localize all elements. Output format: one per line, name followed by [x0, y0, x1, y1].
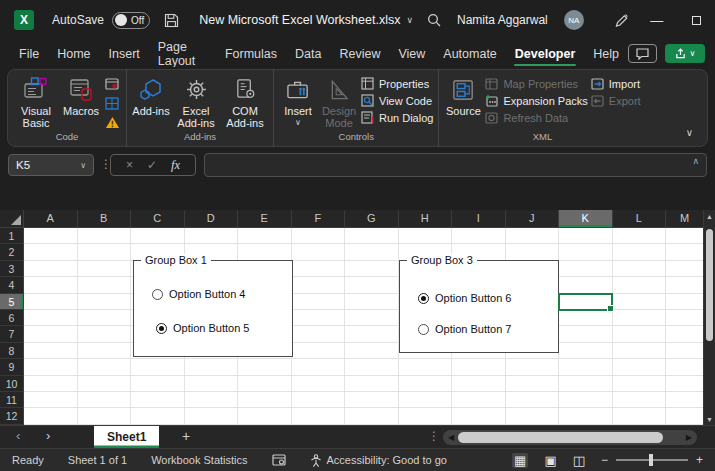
zoom-slider-thumb[interactable] — [649, 454, 653, 466]
tab-data[interactable]: Data — [286, 40, 330, 67]
option-button-4[interactable]: Option Button 4 — [152, 288, 245, 300]
zoom-in-plus-icon[interactable]: + — [696, 453, 703, 467]
minimize-button[interactable]: — — [645, 13, 669, 28]
save-icon[interactable] — [164, 13, 179, 28]
radio-unchecked-icon[interactable] — [418, 324, 429, 335]
page-layout-view-button[interactable]: ▣ — [544, 453, 556, 468]
macro-security-button[interactable] — [103, 115, 121, 130]
tab-automate[interactable]: Automate — [434, 40, 506, 67]
excel-addins-button[interactable]: Excel Add-ins — [173, 73, 219, 129]
page-break-preview-button[interactable]: ◫ — [573, 453, 585, 468]
row-header[interactable]: 11 — [0, 392, 23, 408]
radio-checked-icon[interactable] — [418, 293, 429, 304]
tab-review[interactable]: Review — [330, 40, 389, 67]
record-macro-button[interactable] — [103, 77, 121, 92]
column-header[interactable]: J — [506, 210, 560, 227]
insert-control-button[interactable]: Insert ∨ — [279, 73, 317, 126]
tab-home[interactable]: Home — [48, 40, 99, 67]
tab-help[interactable]: Help — [584, 40, 628, 67]
vertical-scroll-thumb[interactable] — [706, 229, 713, 341]
group-box-3[interactable]: Group Box 3 Option Button 6 Option Butto… — [399, 260, 559, 353]
column-header[interactable]: H — [399, 210, 453, 227]
user-name[interactable]: Namita Aggarwal — [457, 13, 548, 27]
row-header[interactable]: 3 — [0, 261, 23, 277]
comments-button[interactable] — [628, 44, 657, 63]
view-code-button[interactable]: View Code — [361, 94, 433, 107]
group-label-xml[interactable]: XML — [444, 130, 640, 145]
column-header[interactable]: A — [24, 210, 78, 227]
name-box-chevron-down-icon[interactable]: ∨ — [80, 161, 86, 170]
formula-bar-collapse-chevron-icon[interactable]: ∧ — [692, 156, 699, 166]
option-button-7[interactable]: Option Button 7 — [418, 323, 511, 335]
row-header[interactable]: 8 — [0, 343, 23, 359]
share-button[interactable]: ∨ — [665, 44, 705, 63]
next-sheet-arrow-icon[interactable]: › — [46, 428, 50, 443]
row-header[interactable]: 7 — [0, 326, 23, 342]
source-button[interactable]: Source — [444, 73, 482, 117]
tab-developer[interactable]: Developer — [506, 40, 584, 67]
collapse-ribbon-chevron-icon[interactable]: ∨ — [686, 127, 693, 138]
run-dialog-button[interactable]: Run Dialog — [361, 111, 433, 124]
autosave-toggle[interactable]: Off — [112, 12, 150, 29]
scroll-right-arrow-icon[interactable]: ▶ — [686, 433, 692, 442]
row-header-selected[interactable]: 5 — [0, 294, 23, 310]
tab-view[interactable]: View — [389, 40, 434, 67]
excel-logo-icon[interactable]: X — [14, 10, 34, 30]
previous-sheet-arrow-icon[interactable]: ‹ — [16, 428, 20, 443]
row-header[interactable]: 6 — [0, 310, 23, 326]
column-header[interactable]: F — [292, 210, 346, 227]
column-header[interactable]: G — [345, 210, 399, 227]
option-button-6[interactable]: Option Button 6 — [418, 292, 511, 304]
horizontal-scrollbar[interactable]: ◀ ▶ — [443, 430, 697, 445]
visual-basic-button[interactable]: Visual Basic — [13, 73, 59, 129]
editor-pen-icon[interactable] — [614, 13, 629, 28]
insert-function-button[interactable]: fx — [171, 158, 180, 173]
column-header[interactable]: B — [78, 210, 132, 227]
properties-button[interactable]: Properties — [361, 77, 433, 90]
tab-formulas[interactable]: Formulas — [216, 40, 286, 67]
vertical-scrollbar[interactable]: ▲ ▼ — [703, 210, 715, 425]
option-button-5[interactable]: Option Button 5 — [156, 322, 249, 334]
column-header[interactable]: E — [238, 210, 292, 227]
column-header[interactable]: C — [131, 210, 185, 227]
scroll-left-arrow-icon[interactable]: ◀ — [448, 433, 454, 442]
row-header[interactable]: 4 — [0, 277, 23, 293]
group-box-1[interactable]: Group Box 1 Option Button 4 Option Butto… — [133, 260, 293, 357]
column-header[interactable]: L — [613, 210, 667, 227]
addins-button[interactable]: Add-ins — [132, 73, 170, 117]
tab-file[interactable]: File — [10, 40, 48, 67]
normal-view-button[interactable]: ▦ — [512, 453, 528, 468]
column-header[interactable]: M — [666, 210, 703, 227]
formula-input[interactable] — [204, 153, 707, 177]
column-header[interactable]: I — [452, 210, 506, 227]
scroll-down-arrow-icon[interactable]: ▼ — [704, 416, 715, 423]
macros-button[interactable]: Macros — [62, 73, 100, 117]
name-box[interactable]: K5 ∨ — [8, 154, 94, 176]
search-icon[interactable] — [427, 13, 441, 27]
tab-insert[interactable]: Insert — [100, 40, 149, 67]
avatar[interactable]: NA — [564, 10, 584, 30]
enter-check-icon[interactable]: ✓ — [147, 158, 157, 172]
zoom-out-minus-icon[interactable]: − — [601, 453, 608, 467]
document-title[interactable]: New Microsoft Excel Worksheet.xlsx — [199, 13, 400, 27]
row-header[interactable]: 10 — [0, 376, 23, 392]
row-header[interactable]: 12 — [0, 408, 23, 424]
row-header[interactable]: 2 — [0, 244, 23, 260]
radio-checked-icon[interactable] — [156, 323, 167, 334]
selected-cell-K5[interactable] — [558, 293, 613, 311]
column-header-selected[interactable]: K — [559, 210, 613, 227]
title-chevron-down-icon[interactable]: ∨ — [406, 15, 413, 25]
zoom-slider[interactable] — [616, 459, 688, 461]
horizontal-scroll-thumb[interactable] — [458, 432, 663, 443]
select-all-corner[interactable] — [0, 210, 24, 228]
macro-recording-button[interactable] — [272, 454, 286, 467]
import-button[interactable]: Import — [591, 77, 641, 90]
accessibility-status[interactable]: Accessibility: Good to go — [310, 454, 447, 467]
com-addins-button[interactable]: COM Add-ins — [222, 73, 268, 129]
tab-bar-handle-icon[interactable]: ⋮ — [428, 429, 440, 443]
cell-grid[interactable] — [24, 228, 703, 425]
expansion-packs-button[interactable]: Expansion Packs — [485, 94, 587, 107]
group-label-code[interactable]: Code — [13, 130, 121, 145]
use-relative-references-button[interactable] — [103, 96, 121, 111]
sheet-tab-active[interactable]: Sheet1 — [94, 426, 159, 448]
